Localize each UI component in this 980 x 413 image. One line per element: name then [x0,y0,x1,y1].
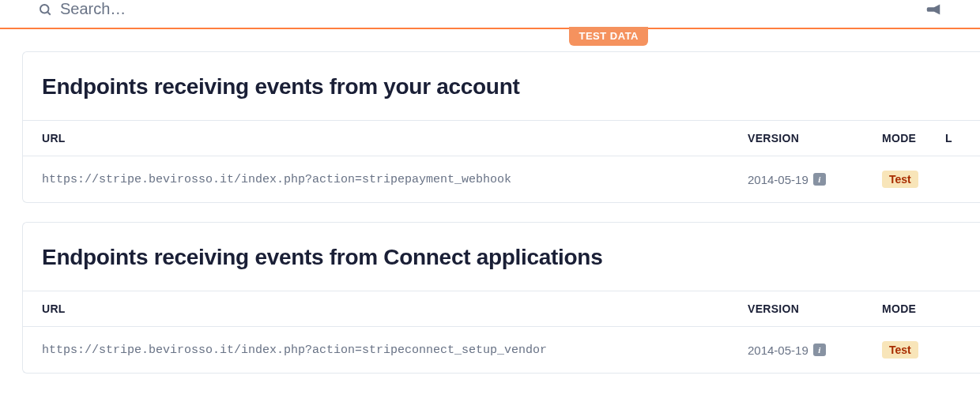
section-header: Endpoints receiving events from your acc… [23,52,980,120]
svg-point-0 [40,5,49,13]
section-title: Endpoints receiving events from Connect … [42,245,961,270]
search-bar [0,0,980,28]
column-header-version: VERSION [748,302,882,315]
endpoint-url: https://stripe.bevirosso.it/index.php?ac… [42,344,748,357]
search-icon [38,2,52,17]
endpoint-version: 2014-05-19 i [748,173,882,186]
info-icon[interactable]: i [813,344,826,356]
section-title: Endpoints receiving events from your acc… [42,74,961,99]
connect-endpoints-section: Endpoints receiving events from Connect … [22,222,980,374]
account-endpoints-section: Endpoints receiving events from your acc… [22,51,980,203]
info-icon[interactable]: i [813,173,826,186]
column-header-url: URL [42,302,748,315]
endpoint-version: 2014-05-19 i [748,344,882,357]
endpoint-mode: Test [882,341,945,359]
column-header-mode: MODE [882,132,945,145]
mode-badge: Test [882,341,918,359]
main-content: Endpoints receiving events from your acc… [0,29,980,374]
search-input[interactable] [60,0,297,18]
column-header-last: L [945,132,961,145]
megaphone-icon[interactable] [925,1,942,18]
table-row[interactable]: https://stripe.bevirosso.it/index.php?ac… [23,327,980,373]
table-row[interactable]: https://stripe.bevirosso.it/index.php?ac… [23,156,980,202]
test-data-badge: TEST DATA [569,27,648,46]
table-header-row: URL VERSION MODE L [23,120,980,156]
section-header: Endpoints receiving events from Connect … [23,223,980,291]
table-header-row: URL VERSION MODE [23,291,980,327]
test-mode-divider: TEST DATA [0,28,980,29]
column-header-last [945,302,961,315]
version-text: 2014-05-19 [748,173,808,186]
endpoint-url: https://stripe.bevirosso.it/index.php?ac… [42,173,748,186]
column-header-url: URL [42,132,748,145]
version-text: 2014-05-19 [748,344,808,357]
column-header-version: VERSION [748,132,882,145]
column-header-mode: MODE [882,302,945,315]
mode-badge: Test [882,171,918,188]
svg-line-1 [47,12,50,14]
endpoint-mode: Test [882,171,945,188]
